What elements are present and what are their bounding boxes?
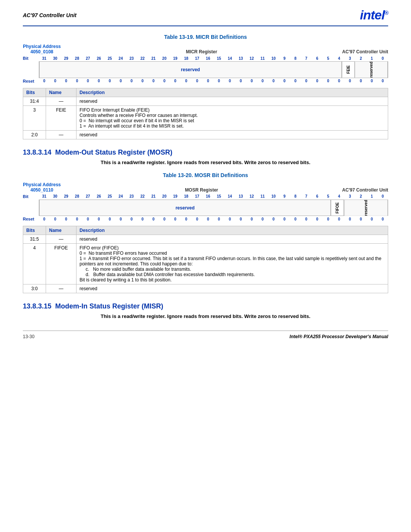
table20-col-name: Name bbox=[46, 226, 76, 235]
table20-reset-label: Reset bbox=[23, 217, 39, 221]
table20-reg-header: Physical Address 4050_0110 MOSR Register… bbox=[23, 182, 388, 193]
table19-reserved-cell: reserved bbox=[39, 62, 342, 78]
table20-reserved-small-cell: reserved bbox=[344, 200, 388, 216]
table19-bit-row: Bit 31 30 29 28 27 26 25 24 23 22 21 20 … bbox=[23, 56, 388, 61]
section-1385-note: This is a read/write register. Ignore re… bbox=[23, 313, 388, 319]
page-footer: 13-30 Intel® PXA255 Processor Developer'… bbox=[23, 331, 388, 339]
table20-title: Table 13-20. MOSR Bit Definitions bbox=[23, 172, 388, 178]
page-header: AC'97 Controller Unit intel® bbox=[23, 8, 388, 26]
table20-fifoe-cell: FIFOE bbox=[331, 200, 344, 216]
table-row: 4 FIFOE FIFO error (FIFOE) 0 = No transm… bbox=[23, 244, 388, 284]
table19-reset-row: Reset 0 0 0 0 0 0 0 0 0 0 0 0 0 0 0 0 0 … bbox=[23, 79, 388, 83]
table19-unit-name: AC'97 Controller Unit bbox=[342, 49, 388, 54]
table-row: 31:4 — reserved bbox=[23, 97, 388, 105]
table20-reset-cells: 0 0 0 0 0 0 0 0 0 0 0 0 0 0 0 0 0 0 0 0 … bbox=[39, 217, 388, 221]
section-1384-heading: 13.8.3.14 Modem-Out Status Register (MOS… bbox=[23, 149, 388, 157]
table19-bit-label: Bit bbox=[23, 56, 39, 61]
intel-logo: intel® bbox=[360, 8, 388, 22]
section-1385: 13.8.3.15 Modem-In Status Register (MISR… bbox=[23, 302, 388, 319]
table19-section: Table 13-19. MICR Bit Definitions Physic… bbox=[23, 34, 388, 139]
table19-feie-cell: FEIE bbox=[342, 62, 355, 78]
table19-reg-name: MICR Register bbox=[186, 49, 217, 54]
table19-bit-numbers: 31 30 29 28 27 26 25 24 23 22 21 20 19 1… bbox=[39, 56, 388, 61]
table19-col-desc: Description bbox=[76, 88, 388, 97]
table20-reg-name: MOSR Register bbox=[185, 187, 218, 193]
table19-col-bits: Bits bbox=[23, 88, 46, 97]
table19-reserved-small-cell: reserved bbox=[355, 62, 388, 78]
table20-reg-grid: reserved FIFOE reserved bbox=[23, 200, 388, 216]
table19-reg-header: Physical Address 4050_0108 MICR Register… bbox=[23, 44, 388, 54]
table19-reset-cells: 0 0 0 0 0 0 0 0 0 0 0 0 0 0 0 0 0 0 0 0 … bbox=[39, 79, 388, 83]
table-row: 3 FEIE FIFO Error Interrupt Enable (FEIE… bbox=[23, 105, 388, 130]
header-title: AC'97 Controller Unit bbox=[23, 12, 76, 18]
section-1384: 13.8.3.14 Modem-Out Status Register (MOS… bbox=[23, 149, 388, 165]
table19-phys-addr: Physical Address 4050_0108 bbox=[23, 44, 61, 54]
section-1384-note: This is a read/write register. Ignore re… bbox=[23, 160, 388, 165]
table19-reg-grid: reserved FEIE reserved bbox=[23, 61, 388, 78]
table20-bit-row: Bit 31 30 29 28 27 26 25 24 23 22 21 20 … bbox=[23, 194, 388, 199]
table19-reset-label: Reset bbox=[23, 79, 39, 83]
footer-page-num: 13-30 bbox=[23, 334, 35, 339]
table20-unit-name: AC'97 Controller Unit bbox=[342, 187, 388, 193]
table-row: 31:5 — reserved bbox=[23, 235, 388, 244]
table20-bit-numbers: 31 30 29 28 27 26 25 24 23 22 21 20 19 1… bbox=[39, 194, 388, 198]
table19-def-table: Bits Name Description 31:4 — reserved 3 … bbox=[23, 88, 388, 139]
footer-manual-title: Intel® PXA255 Processor Developer's Manu… bbox=[290, 334, 388, 339]
section-1385-heading: 13.8.3.15 Modem-In Status Register (MISR… bbox=[23, 302, 388, 310]
table20-def-table: Bits Name Description 31:5 — reserved 4 … bbox=[23, 226, 388, 293]
table-row: 3:0 — reserved bbox=[23, 284, 388, 293]
table20-reset-row: Reset 0 0 0 0 0 0 0 0 0 0 0 0 0 0 0 0 0 … bbox=[23, 217, 388, 221]
table20-section: Table 13-20. MOSR Bit Definitions Physic… bbox=[23, 172, 388, 294]
table19-col-name: Name bbox=[46, 88, 76, 97]
table20-col-desc: Description bbox=[76, 226, 388, 235]
table20-bit-label: Bit bbox=[23, 194, 39, 199]
table20-reserved-cell: reserved bbox=[39, 200, 331, 216]
table20-col-bits: Bits bbox=[23, 226, 46, 235]
table20-phys-addr: Physical Address 4050_0110 bbox=[23, 182, 61, 193]
table19-title: Table 13-19. MICR Bit Definitions bbox=[23, 34, 388, 40]
table-row: 2:0 — reserved bbox=[23, 130, 388, 139]
